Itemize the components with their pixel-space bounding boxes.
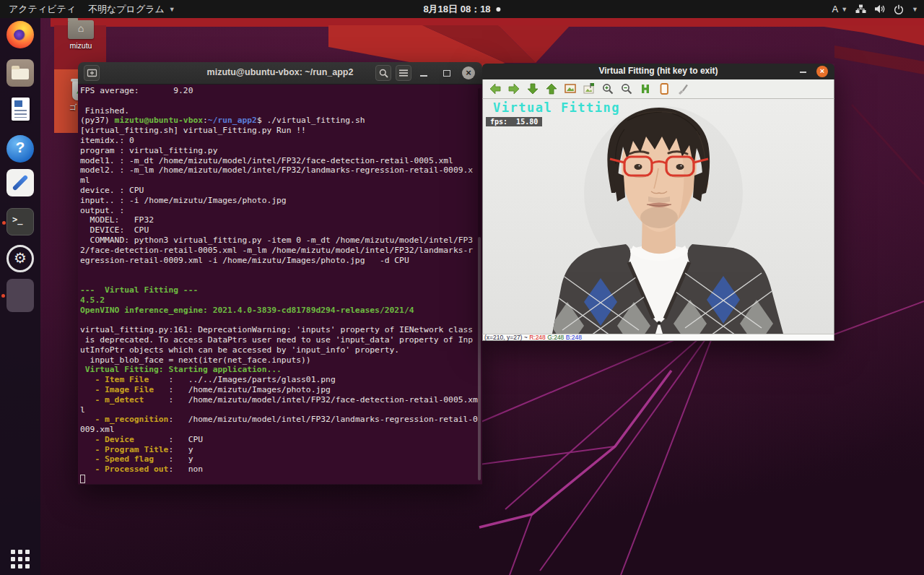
terminal-titlebar[interactable]: mizutu@ubuntu-vbox: ~/run_app2 [78,62,482,85]
terminal-line: itemidx.: 0 [80,136,482,146]
pixel-green-value: G:248 [547,334,566,341]
pan-down-icon[interactable] [545,82,558,95]
dock-item-help[interactable] [6,135,34,163]
vf-window-title: Virtual Fitting (hit key to exit) [482,66,834,76]
terminal-line: OpenVINO inference_engine: 2021.4.0-3839… [80,306,482,316]
network-icon [855,4,866,14]
panel-icon[interactable] [658,82,671,95]
terminal-minimize-button[interactable] [416,65,432,81]
activities-button[interactable]: アクティビティ [9,3,76,16]
app-menu-button[interactable]: 不明なプログラム ▼ [88,3,175,16]
pixel-blue-value: B:248 [566,334,582,341]
power-icon [894,4,904,14]
terminal-line [80,96,482,106]
terminal-line: Virtual Fitting: Starting application... [80,365,482,375]
input-method-indicator[interactable]: A ▼ [832,4,847,14]
terminal-line [80,275,482,285]
clock-label: 8月18日 08：18 [423,3,490,16]
terminal-line: ml [80,176,482,186]
save-icon[interactable] [639,82,652,95]
terminal-line: FPS average: 9.20 [80,86,482,96]
pixel-coords: (x=210, y=27) ~ [484,334,529,341]
terminal-scrollbar[interactable] [478,88,481,480]
terminal-menu-button[interactable] [396,65,411,81]
terminal-line: - Image File : /home/mizutu/Images/photo… [80,385,482,395]
show-applications-button[interactable] [6,545,34,573]
running-indicator [1,294,5,298]
terminal-cursor [80,475,85,483]
vf-toolbar [482,79,834,99]
terminal-line: program : virtual_fitting.py [80,146,482,156]
desktop-icon-home-folder[interactable]: mizutu [61,20,101,50]
dock-item-files[interactable] [6,59,34,87]
fitted-photo [483,99,834,334]
desktop-screen: mizutu ゴミ箱 mizutu@ubuntu-vbox: ~/run_app… [0,0,924,575]
system-status-area[interactable]: A ▼ [832,0,918,18]
terminal-line [80,315,482,325]
pan-left-icon[interactable] [489,82,502,95]
terminal-search-button[interactable] [375,65,391,81]
terminal-line: - Program Title: y [80,445,482,455]
clock-button[interactable]: 8月18日 08：18 [423,3,500,16]
terminal-line: 4.5.2 [80,295,482,306]
app-menu-label: 不明なプログラム [88,3,165,16]
volume-icon [874,4,886,14]
hamburger-menu-icon [398,69,409,77]
terminal-close-button[interactable]: × [462,66,475,79]
chevron-down-icon[interactable]: ▼ [912,6,918,13]
terminal-line: - Speed flag : y [80,454,482,464]
terminal-line: Finished. [80,106,482,116]
virtual-fitting-window: Virtual Fitting (hit key to exit) × [482,64,834,341]
zoom-out-icon[interactable] [620,82,633,95]
terminal-cursor-line [80,475,482,484]
terminal-line: - m_recognition: /home/mizutu/model/inte… [80,415,482,425]
dock-item-firefox[interactable] [6,21,34,48]
terminal-line: --- Virtual Fitting --- [80,285,482,295]
dock-item-unknown-app[interactable] [6,279,34,312]
brush-icon[interactable] [676,82,689,95]
terminal-line: - Item File : ../../Images/parts/glass01… [80,375,482,385]
vf-overlay-title: Virtual Fitting [493,100,620,115]
terminal-line: [virtual_fitting.sh] virtual_Fitting.py … [80,126,482,136]
home-folder-label: mizutu [61,41,101,50]
running-indicator [2,221,6,225]
home-folder-icon [68,20,94,39]
dock-item-settings[interactable] [6,245,34,272]
dock-item-terminal[interactable] [6,208,34,235]
vf-minimize-button[interactable] [800,66,808,75]
terminal-output[interactable]: FPS average: 9.20 Finished.(py37) mizutu… [78,85,482,484]
dock-item-text-editor[interactable] [6,169,34,196]
zoom-region-icon[interactable] [583,82,596,95]
terminal-scrollbar-thumb[interactable] [478,237,481,480]
dock-item-libreoffice-writer[interactable] [6,95,34,123]
terminal-line: - m_detect : /home/mizutu/model/intel/FP… [80,395,482,405]
terminal-line: input.. : -i /home/mizutu/Images/photo.j… [80,196,482,206]
document-icon [12,98,30,121]
vf-image-canvas[interactable]: Virtual Fitting fps: 15.80 [482,99,834,334]
terminal-line: (py37) mizutu@ubuntu-vbox:~/run_app2$ ./… [80,116,482,126]
fps-badge: fps: 15.80 [486,117,542,126]
pan-right-icon[interactable] [507,82,520,95]
pan-up-icon[interactable] [526,82,539,95]
terminal-line: - Processed out: non [80,464,482,475]
terminal-line: model1. : -m_dt /home/mizutu/model/intel… [80,156,482,166]
terminal-line: device. : CPU [80,186,482,196]
notification-dot-icon [497,7,501,12]
pixel-red-value: R:248 [529,334,547,341]
chevron-down-icon: ▼ [169,6,175,13]
vf-close-button[interactable]: × [816,66,828,77]
terminal-line [80,265,482,275]
close-icon: × [466,67,471,78]
vf-titlebar[interactable]: Virtual Fitting (hit key to exit) × [482,64,834,79]
zoom-in-icon[interactable] [601,82,614,95]
terminal-line: is deprecated. To access DataPtrs user n… [80,335,482,345]
ime-label: A [832,4,838,14]
terminal-line: utInfoPtr objects which can be accessed … [80,345,482,355]
top-bar: アクティビティ 不明なプログラム ▼ 8月18日 08：18 A ▼ [0,0,924,18]
terminal-line: virtual_fitting.py:161: DeprecationWarni… [80,325,482,335]
terminal-maximize-button[interactable] [439,65,455,81]
terminal-line: 009.xml [80,425,482,435]
zoom-original-icon[interactable] [564,82,577,95]
terminal-line: egression-retail-0009.xml -i /home/mizut… [80,256,482,266]
minimize-icon [420,75,427,77]
